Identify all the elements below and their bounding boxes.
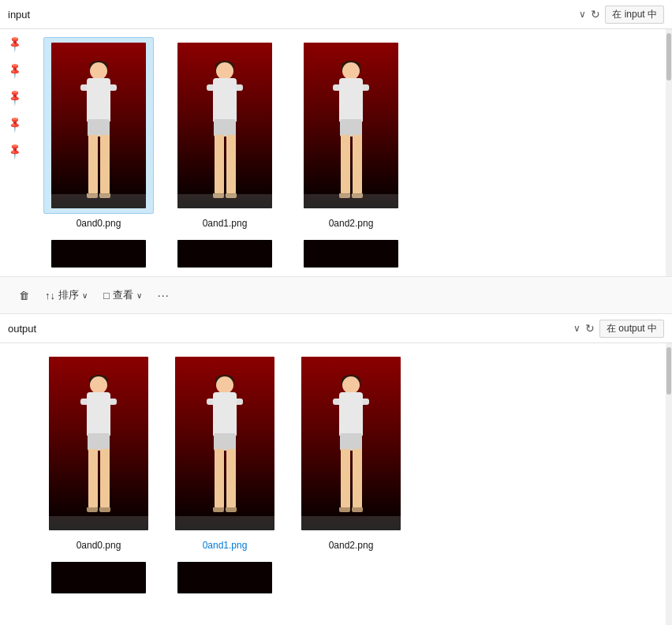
input-pane-content: 📌 📌 📌 📌 📌 — [0, 29, 672, 276]
input-pane: input ∨ ↻ 在 input 中 📌 📌 📌 📌 📌 — [0, 0, 672, 276]
input-thumbnail-1 — [177, 43, 272, 208]
fig-head — [216, 62, 233, 80]
input-pane-title: input — [8, 9, 579, 21]
fig-leg-left — [88, 135, 98, 194]
input-file-item-1[interactable]: 0and1.png — [170, 37, 280, 229]
fig-body — [213, 78, 237, 122]
input-refresh-icon[interactable]: ↻ — [591, 8, 600, 21]
toolbar: 🗑 ↑↓ 排序 ∨ □ 查看 ∨ ··· — [0, 276, 672, 314]
input-file-item-2[interactable]: 0and2.png — [296, 37, 406, 229]
sidebar-pins: 📌 📌 📌 📌 📌 — [8, 37, 21, 157]
output-search-button[interactable]: 在 output 中 — [599, 320, 664, 338]
input-partial-thumb-0 — [51, 240, 146, 268]
input-scrollbar[interactable] — [666, 29, 672, 276]
input-thumbnail-wrapper-0 — [43, 37, 154, 214]
sort-label: 排序 — [58, 288, 79, 302]
input-thumbnail-2 — [304, 43, 398, 208]
output-thumbnail-wrapper-1 — [170, 351, 280, 536]
output-file-item-0[interactable]: 0and0.png — [43, 351, 154, 551]
output-thumbnail-1 — [175, 357, 274, 530]
output-partial-0[interactable] — [43, 562, 154, 593]
output-pane-title: output — [8, 323, 573, 335]
input-thumbnail-wrapper-1 — [170, 37, 280, 214]
delete-icon: 🗑 — [19, 290, 29, 301]
input-partial-1[interactable] — [170, 240, 280, 268]
fig-shorts — [340, 119, 362, 137]
input-partial-thumb-2 — [304, 240, 398, 268]
output-thumbnail-wrapper-2 — [296, 351, 406, 536]
pin-icon-3[interactable]: 📌 — [6, 88, 24, 106]
fig-body — [339, 78, 363, 122]
output-scrollbar[interactable] — [666, 343, 672, 625]
view-label: 查看 — [113, 288, 133, 302]
output-header-controls: ∨ ↻ 在 output 中 — [573, 320, 664, 338]
fig-leg-left — [215, 135, 224, 194]
output-file-label-1: 0and1.png — [203, 540, 248, 551]
input-scroll-thumb — [666, 33, 671, 80]
delete-button[interactable]: 🗑 — [13, 286, 35, 305]
fig-leg-right — [100, 135, 110, 194]
input-file-grid: 0and0.png — [0, 29, 672, 237]
fig-head — [342, 62, 360, 80]
output-pane-header: output ∨ ↻ 在 output 中 — [0, 314, 672, 343]
output-file-grid: 0and0.png — [0, 343, 672, 559]
output-thumbnail-0 — [49, 357, 148, 530]
sort-button[interactable]: ↑↓ 排序 ∨ — [39, 285, 94, 305]
view-button[interactable]: □ 查看 ∨ — [97, 285, 148, 305]
output-file-label-0: 0and0.png — [77, 540, 121, 551]
more-button[interactable]: ··· — [151, 286, 176, 305]
input-file-label-0: 0and0.png — [77, 218, 121, 229]
sort-arrow-icon: ↑↓ — [45, 290, 55, 301]
fig-shorts — [88, 119, 110, 137]
view-chevron-icon: ∨ — [136, 291, 142, 300]
pin-icon-2[interactable]: 📌 — [6, 61, 24, 79]
input-thumbnail-wrapper-2 — [296, 37, 406, 214]
input-partial-row — [0, 240, 672, 268]
output-thumbnail-2 — [301, 357, 401, 530]
more-icon: ··· — [158, 289, 170, 301]
fig-leg-left — [341, 135, 350, 194]
output-chevron-icon[interactable]: ∨ — [573, 323, 581, 334]
input-file-item-0[interactable]: 0and0.png — [43, 37, 154, 229]
fig-leg-right — [226, 135, 236, 194]
fig-leg-right — [353, 135, 362, 194]
output-thumbnail-wrapper-0 — [43, 351, 154, 536]
fig-shorts — [214, 119, 236, 137]
output-partial-row — [0, 562, 672, 593]
fig-body — [87, 78, 110, 122]
input-partial-thumb-1 — [177, 240, 272, 268]
input-chevron-icon[interactable]: ∨ — [579, 9, 586, 20]
output-partial-thumb-0 — [51, 562, 146, 593]
output-file-item-2[interactable]: 0and2.png — [296, 351, 406, 551]
output-refresh-icon[interactable]: ↻ — [585, 322, 595, 335]
output-partial-1[interactable] — [170, 562, 280, 593]
input-file-label-1: 0and1.png — [203, 218, 248, 229]
output-file-item-1[interactable]: 0and1.png — [170, 351, 280, 551]
input-pane-header: input ∨ ↻ 在 input 中 — [0, 0, 672, 29]
view-icon: □ — [103, 290, 110, 301]
fig-head — [90, 62, 107, 80]
output-file-label-2: 0and2.png — [329, 540, 374, 551]
pin-icon-4[interactable]: 📌 — [6, 114, 24, 133]
input-thumbnail-0 — [51, 43, 146, 208]
input-partial-2[interactable] — [296, 240, 406, 268]
output-scroll-thumb — [666, 347, 671, 395]
sort-chevron-icon: ∨ — [82, 291, 88, 300]
input-partial-0[interactable] — [43, 240, 154, 268]
output-pane: output ∨ ↻ 在 output 中 — [0, 314, 672, 625]
input-file-label-2: 0and2.png — [329, 218, 374, 229]
pin-icon-1[interactable]: 📌 — [6, 34, 24, 52]
input-header-controls: ∨ ↻ 在 input 中 — [579, 6, 664, 24]
input-search-button[interactable]: 在 input 中 — [605, 6, 664, 24]
output-pane-content: 0and0.png — [0, 343, 672, 625]
output-partial-thumb-1 — [177, 562, 272, 593]
